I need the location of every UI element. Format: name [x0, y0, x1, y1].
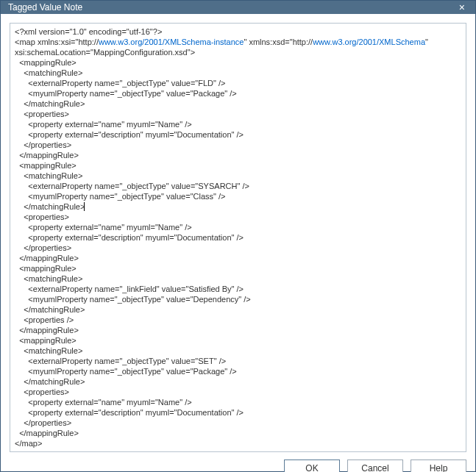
- xml-editor[interactable]: <?xml version="1.0" encoding="utf-16"?> …: [15, 26, 461, 448]
- mappingRule-close-2: </mappingRule>: [19, 254, 79, 262]
- button-row: OK Cancel Help: [10, 452, 466, 472]
- prop-desc-1: <property external="description" myuml="…: [28, 130, 244, 139]
- map-open-pre: <map xmlns:xsi="http://: [15, 37, 99, 46]
- matchingRule-close-1: </matchingRule>: [24, 99, 85, 108]
- titlebar: Tagged Value Note ×: [1, 1, 475, 14]
- matchingRule-open-4: <matchingRule>: [24, 346, 82, 355]
- external-set: <externalProperty name="_objectType" val…: [28, 357, 226, 365]
- prop-name-2: <property external="name" myuml="Name" /…: [28, 223, 191, 232]
- map-open-mid: " xmlns:xsd="http://: [244, 37, 313, 46]
- map-close: </map>: [15, 439, 42, 448]
- properties-close-1: </properties>: [24, 140, 71, 149]
- mappingRule-close-3: </mappingRule>: [19, 326, 79, 335]
- external-sysarch: <externalProperty name="_objectType" val…: [28, 182, 249, 190]
- myuml-package-2: <myumlProperty name="_objectType" value=…: [28, 367, 236, 376]
- help-button[interactable]: Help: [411, 460, 466, 472]
- matchingRule-open-2: <matchingRule>: [24, 171, 82, 180]
- properties-close-4: </properties>: [24, 418, 71, 427]
- properties-open-1: <properties>: [24, 110, 69, 118]
- mappingRule-open-2: <mappingRule>: [19, 161, 77, 170]
- mappingRule-close-1: </mappingRule>: [19, 151, 79, 160]
- properties-close-2: </properties>: [24, 243, 71, 252]
- client-area: <?xml version="1.0" encoding="utf-16"?> …: [1, 14, 475, 472]
- xsd-url: www.w3.org/2001/XMLSchema: [313, 37, 425, 46]
- properties-open-4: <properties>: [24, 387, 69, 396]
- matchingRule-close-3: </matchingRule>: [24, 305, 85, 314]
- schema-location: xsi:schemaLocation="MappingConfiguration…: [15, 48, 195, 57]
- myuml-dependency: <myumlProperty name="_objectType" value=…: [28, 295, 250, 304]
- prop-name-4: <property external="name" myuml="Name" /…: [28, 398, 191, 407]
- external-linkfield: <externalProperty name="_linkField" valu…: [28, 285, 244, 293]
- mappingRule-open-3: <mappingRule>: [19, 264, 77, 273]
- prop-desc-2: <property external="description" myuml="…: [28, 233, 244, 242]
- matchingRule-close-2: </matchingRule>: [24, 202, 85, 211]
- myuml-package-1: <myumlProperty name="_objectType" value=…: [28, 89, 236, 98]
- external-fld: <externalProperty name="_objectType" val…: [28, 79, 225, 87]
- properties-open-2: <properties>: [24, 212, 69, 221]
- properties-self: <properties />: [24, 315, 74, 324]
- editor-border: <?xml version="1.0" encoding="utf-16"?> …: [10, 23, 466, 452]
- xsi-url: www.w3.org/2001/XMLSchema-instance: [99, 37, 244, 46]
- matchingRule-close-4: </matchingRule>: [24, 377, 85, 386]
- close-icon[interactable]: ×: [455, 1, 469, 14]
- prop-name-1: <property external="name" myuml="Name" /…: [28, 120, 191, 129]
- mappingRule-open-1: <mappingRule>: [19, 58, 77, 67]
- matchingRule-open-1: <matchingRule>: [24, 68, 82, 77]
- window-title: Tagged Value Note: [8, 2, 82, 12]
- mappingRule-open-4: <mappingRule>: [19, 336, 77, 345]
- prop-desc-4: <property external="description" myuml="…: [28, 408, 244, 417]
- myuml-class: <myumlProperty name="_objectType" value=…: [28, 192, 225, 201]
- matchingRule-open-3: <matchingRule>: [24, 274, 82, 283]
- map-open-post: ": [425, 37, 428, 46]
- cancel-button[interactable]: Cancel: [347, 460, 403, 472]
- ok-button[interactable]: OK: [284, 460, 340, 472]
- dialog-window: Tagged Value Note × <?xml version="1.0" …: [0, 0, 476, 472]
- mappingRule-close-4: </mappingRule>: [19, 429, 79, 437]
- xml-declaration: <?xml version="1.0" encoding="utf-16"?>: [15, 27, 162, 36]
